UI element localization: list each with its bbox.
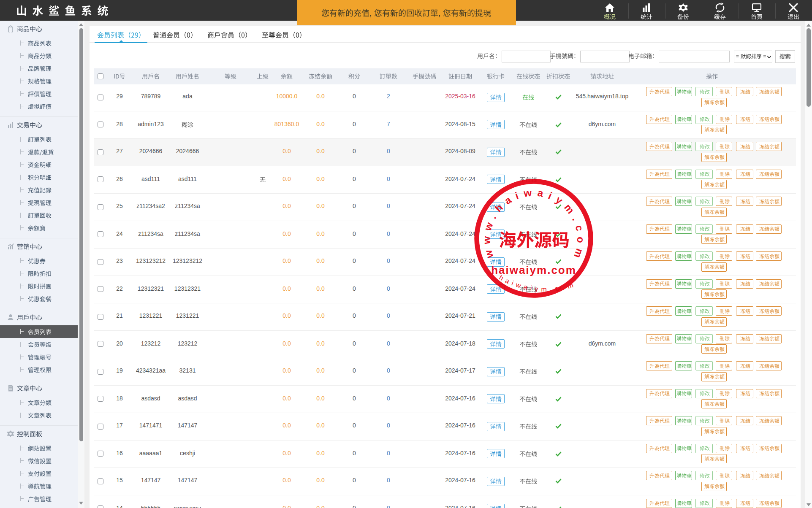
- svg-text:haiwaiym.com: haiwaiym.com: [491, 264, 576, 276]
